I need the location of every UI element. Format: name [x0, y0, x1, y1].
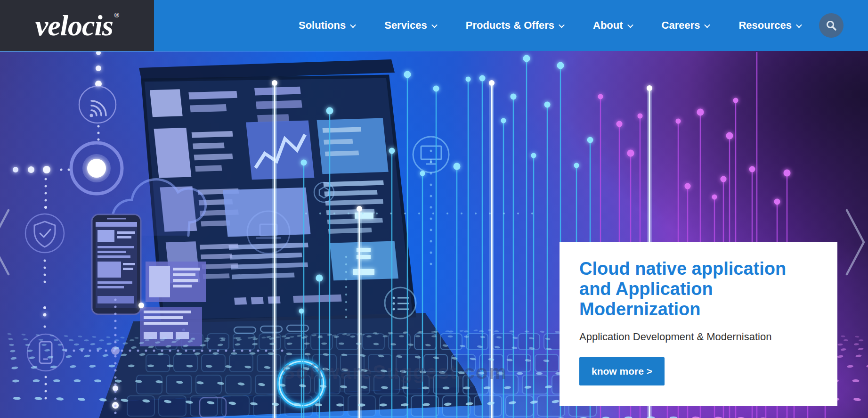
carousel-next-button[interactable] — [842, 205, 868, 280]
hero-top-line — [0, 51, 503, 52]
nav-item-careers[interactable]: Careers — [662, 19, 710, 32]
chevron-down-icon — [559, 22, 565, 28]
logo[interactable]: velocis® — [0, 0, 154, 51]
chevron-down-icon — [431, 22, 438, 28]
nav-label: About — [593, 19, 623, 32]
chevron-left-icon — [0, 205, 13, 280]
search-button[interactable] — [819, 13, 844, 38]
hero-heading: Cloud native application and Application… — [579, 259, 805, 320]
chevron-down-icon — [705, 22, 711, 28]
search-icon — [826, 20, 837, 31]
nav-label: Careers — [662, 19, 700, 32]
wifi-icon — [79, 86, 116, 123]
monitor-icon — [413, 137, 449, 172]
nav-item-services[interactable]: Services — [384, 19, 437, 32]
nav-item-products-offers[interactable]: Products & Offers — [466, 19, 564, 32]
nav-label: Products & Offers — [466, 19, 554, 32]
hero-card: Cloud native application and Application… — [560, 242, 837, 406]
carousel-prev-button[interactable] — [0, 205, 13, 280]
nav-label: Solutions — [299, 19, 346, 32]
main-nav: Solutions Services Products & Offers Abo… — [299, 19, 801, 32]
nav-item-about[interactable]: About — [593, 19, 633, 32]
nav-item-solutions[interactable]: Solutions — [299, 19, 355, 32]
page: velocis® Solutions Services Products & O… — [0, 0, 868, 418]
registered-mark-icon: ® — [114, 11, 119, 19]
laptop-illustration — [98, 59, 596, 418]
site-header: velocis® Solutions Services Products & O… — [0, 0, 868, 51]
chevron-down-icon — [796, 22, 802, 28]
shield-icon — [25, 214, 64, 253]
hero-subheading: Application Development & Modernisation — [579, 331, 818, 343]
nav-label: Services — [384, 19, 427, 32]
chevron-down-icon — [627, 22, 633, 28]
chevron-right-icon — [842, 205, 868, 280]
nav-label: Resources — [738, 19, 792, 32]
phone-icon — [27, 334, 64, 371]
chevron-down-icon — [350, 22, 356, 28]
hero-banner: SoftwareSuggest.com Cloud native applica… — [0, 51, 868, 418]
know-more-button[interactable]: know more > — [579, 357, 665, 385]
nav-item-resources[interactable]: Resources — [738, 19, 801, 32]
logo-text: velocis® — [35, 11, 119, 40]
